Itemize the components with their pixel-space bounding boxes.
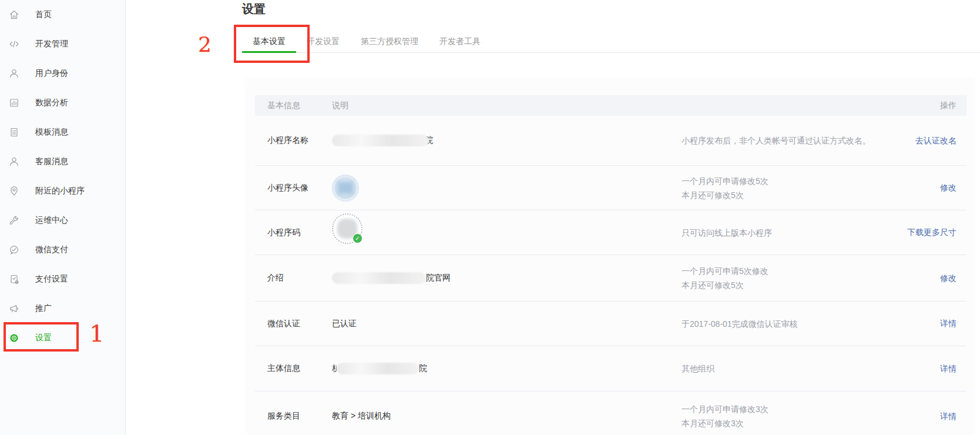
sidebar-item-dev-management[interactable]: 开发管理 — [0, 29, 125, 59]
basic-settings-panel: 基本信息 说明 操作 小程序名称院小程序发布后，非个人类帐号可通过认证方式改名。… — [245, 78, 975, 435]
row-description: 一个月内可申请修改3次本月还可修改3次 — [682, 402, 886, 430]
payment-settings-icon — [9, 274, 19, 285]
mini-program-qrcode-image — [332, 213, 363, 244]
annotation-number-1: 1 — [89, 320, 104, 347]
wrench-icon — [9, 215, 19, 226]
row-description-line: 本月还可修改3次 — [682, 416, 886, 430]
row-description-line: 只可访问线上版本小程序 — [682, 226, 886, 240]
redacted-suffix-text: 院 — [419, 363, 427, 374]
user-icon — [9, 68, 19, 79]
tab-dev-settings[interactable]: 开发设置 — [296, 31, 350, 53]
sidebar-item-ops-center[interactable]: 运维中心 — [0, 206, 125, 235]
megaphone-icon — [9, 303, 19, 314]
row-label: 小程序名称 — [267, 135, 332, 146]
customer-service-icon — [9, 156, 19, 167]
row-action-link[interactable]: 详情 — [940, 364, 956, 373]
sidebar-item-settings[interactable]: 设置 — [0, 323, 125, 353]
row-description: 于2017-08-01完成微信认证审核 — [682, 317, 886, 331]
wechat-pay-icon — [9, 245, 19, 255]
sidebar-item-label: 首页 — [35, 9, 52, 20]
row-description: 只可访问线上版本小程序 — [682, 226, 886, 240]
tab-bar: 基本设置开发设置第三方授权管理开发者工具 — [242, 31, 980, 53]
row-label: 主体信息 — [267, 363, 332, 374]
sidebar-item-promotion[interactable]: 推广 — [0, 294, 125, 323]
sidebar-item-home[interactable]: 首页 — [0, 0, 125, 29]
row-description-line: 于2017-08-01完成微信认证审核 — [682, 317, 886, 331]
bar-chart-icon — [9, 98, 19, 108]
redacted-value-blur — [332, 135, 429, 146]
sidebar-item-template-message[interactable]: 模板消息 — [0, 118, 125, 147]
sidebar-item-label: 微信支付 — [35, 245, 68, 255]
sidebar-item-wechat-pay[interactable]: 微信支付 — [0, 235, 125, 265]
sidebar-item-label: 附近的小程序 — [35, 186, 85, 196]
sidebar-item-label: 数据分析 — [35, 98, 68, 108]
table-row: 主体信息杭院其他组织详情 — [255, 346, 966, 391]
row-value: 教育 > 培训机构 — [332, 411, 682, 421]
row-action-link[interactable]: 去认证改名 — [915, 136, 956, 145]
tab-basic-settings[interactable]: 基本设置 — [242, 31, 296, 53]
row-label: 小程序头像 — [267, 183, 332, 193]
row-description-line: 一个月内可申请修改3次 — [682, 402, 886, 416]
row-action: 详情 — [940, 363, 956, 374]
table-row: 小程序码只可访问线上版本小程序下载更多尺寸 — [255, 210, 966, 255]
row-action: 去认证改名 — [915, 135, 956, 146]
tab-developer-tools[interactable]: 开发者工具 — [429, 31, 491, 53]
redacted-value-blur — [337, 363, 419, 374]
redacted-suffix-text: 院官网 — [426, 273, 451, 283]
mini-program-avatar-image — [332, 175, 359, 202]
template-message-icon — [9, 127, 19, 138]
table-header-desc: 说明 — [332, 101, 682, 111]
row-value — [332, 175, 682, 202]
table-header-info: 基本信息 — [267, 101, 332, 111]
row-action: 修改 — [940, 182, 956, 193]
row-description-line: 本月还可修改5次 — [682, 278, 886, 292]
row-action-link[interactable]: 详情 — [940, 319, 956, 328]
row-description-line: 小程序发布后，非个人类帐号可通过认证方式改名。 — [682, 133, 886, 148]
row-label: 微信认证 — [267, 319, 332, 329]
row-description: 一个月内可申请5次修改本月还可修改5次 — [682, 264, 886, 292]
row-action: 下载更多尺寸 — [907, 227, 956, 238]
row-action-link[interactable]: 下载更多尺寸 — [907, 227, 956, 237]
row-description: 其他组织 — [682, 362, 886, 376]
sidebar-item-label: 客服消息 — [35, 156, 68, 167]
tab-third-party-auth[interactable]: 第三方授权管理 — [350, 31, 429, 53]
sidebar-item-label: 推广 — [35, 303, 52, 314]
row-description-line: 一个月内可申请5次修改 — [682, 264, 886, 278]
sidebar-item-user-identity[interactable]: 用户身份 — [0, 59, 125, 88]
row-value: 杭院 — [332, 363, 682, 374]
sidebar-item-customer-service[interactable]: 客服消息 — [0, 147, 125, 176]
row-value: 院 — [332, 135, 682, 146]
row-action-link[interactable]: 修改 — [940, 273, 956, 283]
row-label: 服务类目 — [267, 411, 332, 421]
table-row: 介绍院官网一个月内可申请5次修改本月还可修改5次修改 — [255, 255, 966, 301]
row-value: 已认证 — [332, 319, 682, 329]
page-title: 设置 — [242, 1, 266, 17]
row-value: 院官网 — [332, 272, 682, 284]
row-description: 一个月内可申请修改5次本月还可修改5次 — [682, 174, 886, 202]
row-label: 小程序码 — [267, 227, 332, 238]
row-description-line: 一个月内可申请修改5次 — [682, 174, 886, 188]
table-row: 小程序头像一个月内可申请修改5次本月还可修改5次修改 — [255, 165, 966, 210]
home-icon — [9, 9, 19, 20]
row-action: 详情 — [940, 411, 956, 422]
redacted-prefix-fragment: 杭 — [332, 363, 337, 374]
sidebar-nav: 首页开发管理用户身份数据分析模板消息客服消息附近的小程序运维中心微信支付支付设置… — [0, 0, 126, 435]
sidebar-item-label: 设置 — [35, 333, 52, 343]
row-action-link[interactable]: 修改 — [940, 183, 956, 192]
table-row: 小程序名称院小程序发布后，非个人类帐号可通过认证方式改名。去认证改名 — [255, 116, 966, 165]
table-header-action: 操作 — [940, 101, 956, 111]
table-body: 小程序名称院小程序发布后，非个人类帐号可通过认证方式改名。去认证改名小程序头像一… — [255, 116, 966, 435]
row-action-link[interactable]: 详情 — [940, 411, 956, 421]
sidebar-item-nearby-mini-program[interactable]: 附近的小程序 — [0, 176, 125, 206]
row-action: 详情 — [940, 318, 956, 329]
table-header-row: 基本信息 说明 操作 — [255, 95, 966, 116]
gear-icon — [9, 333, 19, 343]
sidebar-item-label: 运维中心 — [35, 215, 68, 226]
sidebar-item-label: 支付设置 — [35, 274, 68, 285]
row-description-line: 本月还可修改5次 — [682, 188, 886, 202]
row-label: 介绍 — [267, 273, 332, 283]
sidebar-item-payment-settings[interactable]: 支付设置 — [0, 265, 125, 294]
location-pin-icon — [9, 186, 19, 196]
code-icon — [9, 39, 19, 49]
sidebar-item-data-analysis[interactable]: 数据分析 — [0, 88, 125, 118]
